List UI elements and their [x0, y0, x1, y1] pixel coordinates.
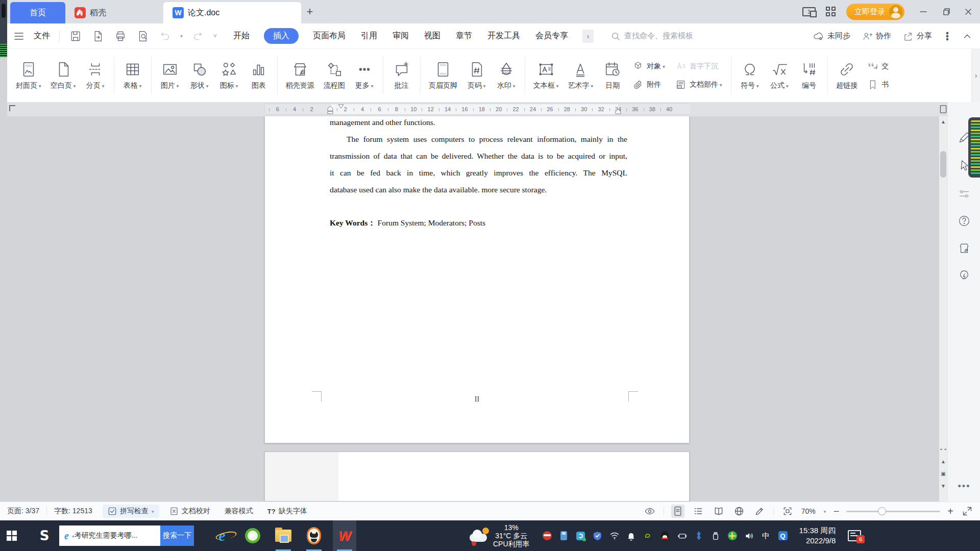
security-tray-icon[interactable]	[542, 531, 552, 541]
page-break-button[interactable]: 分页	[81, 61, 110, 90]
redo-icon[interactable]	[192, 30, 204, 42]
q-browser-tray-icon[interactable]: Q	[778, 531, 788, 541]
menu-overflow-arrow[interactable]: ›	[582, 30, 594, 43]
hamburger-icon[interactable]	[13, 31, 24, 42]
icons-button[interactable]: 图标	[214, 61, 244, 90]
docer-resources-button[interactable]: 稻壳资源	[281, 61, 319, 90]
left-indent-marker[interactable]	[327, 106, 333, 114]
comment-button[interactable]: 批注	[387, 61, 416, 90]
menu-membership[interactable]: 会员专享	[534, 28, 569, 44]
menu-view[interactable]: 视图	[423, 28, 442, 44]
page-number-button[interactable]: 页码	[462, 61, 492, 90]
taskbar-search-button[interactable]: 搜索一下	[160, 525, 194, 546]
watermark-button[interactable]: 水印	[492, 61, 521, 90]
cover-page-button[interactable]: 封面页	[11, 61, 46, 90]
action-center-icon[interactable]: 6	[848, 530, 861, 541]
spell-check-button[interactable]: 拼写检查▾	[103, 505, 159, 518]
chart-button[interactable]: 图表	[244, 61, 274, 90]
vertical-scrollbar[interactable]: ▲ ⌄⌄ ▲ ▣ ▼	[939, 116, 947, 502]
right-indent-marker[interactable]	[615, 109, 621, 114]
document-canvas[interactable]: management and other functions. The foru…	[0, 116, 947, 502]
formula-button[interactable]: 公式	[765, 61, 794, 90]
bluetooth-tray-icon[interactable]	[694, 531, 704, 541]
system-update-tray-icon[interactable]	[576, 531, 586, 541]
tab-stop-selector[interactable]	[9, 105, 15, 111]
resource-store-icon[interactable]	[957, 241, 972, 256]
save-icon[interactable]	[69, 30, 82, 43]
qq-tray-icon[interactable]	[660, 531, 670, 541]
fullscreen-icon[interactable]	[961, 505, 974, 518]
window-manager-icon[interactable]: 1	[802, 7, 816, 16]
adjust-sliders-icon[interactable]	[957, 186, 972, 202]
usb-drive-tray-icon[interactable]	[710, 531, 721, 541]
prev-page-icon[interactable]: ▲	[939, 457, 947, 465]
menu-review[interactable]: 审阅	[391, 28, 410, 44]
restore-icon[interactable]	[941, 7, 950, 16]
taskbar-search-box[interactable]: e ▴ 考研究生需要考哪... 搜索一下	[59, 525, 194, 546]
zoom-level[interactable]: 70% ▾	[801, 507, 826, 515]
notification-bell-tray-icon[interactable]	[626, 531, 636, 541]
blank-page-button[interactable]: 空白页	[46, 61, 81, 90]
print-icon[interactable]	[114, 30, 127, 43]
menu-references[interactable]: 引用	[360, 28, 378, 44]
picture-button[interactable]: 图片	[155, 61, 185, 90]
missing-font-button[interactable]: T? 缺失字体	[260, 507, 314, 516]
start-button[interactable]	[0, 520, 23, 551]
volume-tray-icon[interactable]	[744, 531, 754, 541]
app-grid-icon[interactable]	[826, 7, 836, 17]
green-browser-icon[interactable]	[241, 520, 264, 551]
weather-cpu-widget[interactable]: 13% 31°C 多云 CPU利用率	[469, 523, 530, 548]
doc-parts-button[interactable]: 文档部件	[675, 79, 722, 90]
page-indicator[interactable]: 页面: 3/37	[0, 507, 46, 516]
object-button[interactable]: 对象	[632, 61, 665, 72]
shapes-button[interactable]: 形状	[185, 61, 214, 90]
numbering-button[interactable]: 编号	[794, 61, 824, 90]
select-browse-object-icon[interactable]: ▣	[939, 469, 947, 478]
health-tray-icon[interactable]	[727, 531, 738, 541]
menu-page-layout[interactable]: 页面布局	[312, 28, 347, 44]
collaborate-button[interactable]: 协作	[862, 31, 891, 42]
ribbon-scroll-right[interactable]: ›	[971, 49, 980, 102]
scroll-up-icon[interactable]: ▲	[939, 117, 947, 126]
outline-view-icon[interactable]	[692, 505, 705, 518]
cross-reference-button[interactable]: 交	[867, 61, 889, 72]
document-page-2[interactable]	[264, 452, 690, 502]
zoom-slider-thumb[interactable]	[878, 507, 886, 515]
tab-home[interactable]: 首页	[10, 2, 65, 23]
web-view-icon[interactable]	[732, 505, 746, 518]
ime-tray-icon[interactable]: 中	[761, 531, 771, 541]
usb-tray-icon[interactable]	[559, 531, 569, 541]
menu-section[interactable]: 章节	[455, 28, 473, 44]
minimize-icon[interactable]	[919, 7, 928, 16]
print-layout-view-icon[interactable]	[671, 505, 684, 518]
search-app-icon[interactable]: S	[33, 520, 56, 551]
sync-status[interactable]: 未同步	[812, 30, 850, 42]
sidebar-more-icon[interactable]: •••	[957, 479, 972, 494]
login-button[interactable]: 立即登录	[846, 4, 904, 20]
textbox-button[interactable]: 文本框	[529, 61, 564, 90]
new-tab-button[interactable]: +	[301, 0, 318, 23]
power-tray-icon[interactable]	[677, 531, 687, 541]
table-button[interactable]: 表格	[118, 61, 148, 90]
more-options-icon[interactable]	[943, 32, 951, 41]
tab-docer[interactable]: 稻壳	[65, 2, 122, 23]
share-button[interactable]: 分享	[902, 31, 932, 42]
undo-icon[interactable]	[159, 30, 171, 42]
eye-protect-icon[interactable]	[643, 505, 656, 518]
flowchart-button[interactable]: 流程图	[319, 61, 350, 90]
document-page-1[interactable]: management and other functions. The foru…	[264, 116, 690, 443]
help-icon[interactable]	[957, 213, 972, 229]
wifi-tray-icon[interactable]	[609, 531, 620, 541]
print-preview-icon[interactable]	[136, 30, 150, 43]
attachment-button[interactable]: 附件	[632, 79, 665, 90]
nvidia-tray-icon[interactable]	[643, 531, 653, 541]
zoom-in-icon[interactable]: +	[947, 506, 953, 517]
jump-next-icon[interactable]: ⌄⌄	[939, 444, 947, 452]
close-icon[interactable]	[964, 7, 973, 16]
first-line-indent-marker[interactable]	[338, 104, 344, 109]
scrollbar-thumb[interactable]	[940, 151, 946, 178]
read-mode-icon[interactable]	[712, 505, 725, 518]
bookmark-button[interactable]: 书	[867, 79, 889, 90]
collapse-ribbon-icon[interactable]	[963, 32, 972, 41]
zoom-out-icon[interactable]: −	[834, 506, 840, 517]
